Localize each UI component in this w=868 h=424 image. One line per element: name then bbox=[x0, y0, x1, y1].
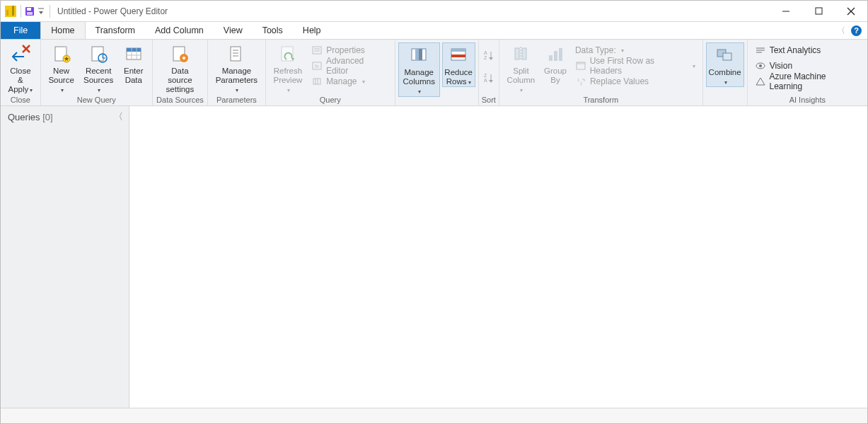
sort-descending-button[interactable]: ZA bbox=[482, 67, 496, 89]
window-controls bbox=[770, 1, 867, 22]
qat-customize-dropdown[interactable] bbox=[37, 7, 45, 16]
text-analytics-icon bbox=[755, 45, 766, 56]
svg-rect-63 bbox=[554, 51, 557, 61]
refresh-preview-button[interactable]: Refresh Preview▾ bbox=[269, 41, 307, 95]
svg-text:Z: Z bbox=[484, 55, 487, 60]
data-type-label: Data Type: bbox=[575, 45, 616, 55]
manage-columns-icon bbox=[407, 44, 430, 67]
svg-rect-1 bbox=[9, 8, 11, 16]
data-source-settings-button[interactable]: Data source settings bbox=[156, 41, 204, 95]
collapse-queries-icon[interactable]: 〈 bbox=[114, 110, 123, 123]
svg-point-30 bbox=[183, 57, 185, 59]
minimize-button[interactable] bbox=[770, 1, 802, 22]
preview-canvas bbox=[129, 106, 867, 408]
ribbon: Close & Apply▾ Close ★ New Source▾ Recen… bbox=[1, 40, 867, 106]
manage-icon bbox=[311, 76, 323, 87]
manage-columns-button[interactable]: Manage Columns▾ bbox=[398, 42, 440, 97]
properties-label: Properties bbox=[326, 45, 365, 55]
recent-sources-label: Recent Sources bbox=[83, 67, 113, 84]
svg-rect-49 bbox=[451, 49, 465, 52]
advanced-editor-button[interactable]: fx Advanced Editor bbox=[307, 58, 392, 74]
svg-rect-70 bbox=[723, 53, 731, 60]
queries-pane-title: Queries [0] bbox=[8, 112, 53, 122]
split-column-label: Split Column bbox=[507, 67, 536, 84]
sort-ascending-button[interactable]: AZ bbox=[482, 44, 496, 67]
group-transform: Split Column▾ Group By Data Type:▾ Use F… bbox=[499, 40, 703, 105]
combine-icon bbox=[714, 44, 736, 67]
split-column-icon bbox=[509, 42, 532, 65]
group-by-button[interactable]: Group By bbox=[540, 41, 571, 85]
content-area: Queries [0] 〈 bbox=[1, 106, 867, 408]
tab-tools[interactable]: Tools bbox=[253, 22, 293, 39]
svg-marker-54 bbox=[489, 57, 493, 60]
svg-marker-76 bbox=[756, 78, 765, 85]
maximize-button[interactable] bbox=[802, 1, 835, 22]
svg-rect-31 bbox=[231, 47, 241, 61]
save-icon[interactable] bbox=[24, 6, 35, 17]
svg-text:A: A bbox=[484, 50, 487, 55]
tab-home[interactable]: Home bbox=[40, 22, 85, 39]
tab-add-column[interactable]: Add Column bbox=[145, 22, 214, 39]
recent-sources-button[interactable]: Recent Sources▾ bbox=[79, 41, 117, 95]
svg-rect-0 bbox=[6, 10, 8, 16]
vision-icon bbox=[755, 60, 766, 71]
new-source-button[interactable]: ★ New Source▾ bbox=[44, 41, 79, 95]
advanced-editor-label: Advanced Editor bbox=[326, 56, 388, 76]
combine-label: Combine bbox=[709, 68, 741, 76]
tab-transform[interactable]: Transform bbox=[86, 22, 146, 39]
group-data-sources-label: Data Sources bbox=[156, 95, 204, 105]
data-source-settings-icon bbox=[168, 42, 191, 65]
combine-button[interactable]: Combine▾ bbox=[706, 42, 744, 87]
group-by-label: Group By bbox=[544, 67, 567, 84]
replace-values-label: Replace Values bbox=[590, 76, 649, 86]
first-row-headers-button[interactable]: Use First Row as Headers▾ bbox=[571, 58, 700, 74]
group-new-query: ★ New Source▾ Recent Sources▾ Enter Data… bbox=[41, 40, 153, 105]
group-combine-label bbox=[706, 95, 744, 105]
enter-data-button[interactable]: Enter Data bbox=[118, 41, 149, 85]
split-column-button[interactable]: Split Column▾ bbox=[502, 41, 540, 95]
svg-marker-7 bbox=[39, 11, 43, 14]
status-bar bbox=[1, 408, 867, 423]
svg-rect-59 bbox=[515, 48, 519, 59]
azure-ml-button[interactable]: Azure Machine Learning bbox=[751, 74, 864, 89]
qat-separator bbox=[50, 5, 50, 18]
group-new-query-label: New Query bbox=[44, 95, 149, 105]
collapse-ribbon-icon[interactable]: 〈 bbox=[837, 25, 845, 37]
manage-button[interactable]: Manage▾ bbox=[307, 74, 392, 89]
group-ai-insights: Text Analytics Vision Azure Machine Lear… bbox=[748, 40, 867, 105]
replace-values-icon: 12 bbox=[575, 76, 586, 87]
svg-rect-42 bbox=[313, 79, 320, 84]
group-query: Refresh Preview▾ Properties fx Advanced … bbox=[266, 40, 395, 105]
svg-text:★: ★ bbox=[64, 55, 69, 62]
queries-pane: Queries [0] 〈 bbox=[1, 106, 129, 408]
text-analytics-button[interactable]: Text Analytics bbox=[751, 42, 864, 58]
advanced-editor-icon: fx bbox=[311, 60, 323, 71]
manage-parameters-label: Manage Parameters bbox=[216, 67, 257, 84]
close-button[interactable] bbox=[835, 1, 867, 22]
manage-parameters-button[interactable]: Manage Parameters▾ bbox=[211, 41, 262, 95]
group-parameters: Manage Parameters▾ Parameters bbox=[208, 40, 266, 105]
svg-point-75 bbox=[759, 64, 762, 67]
tab-file[interactable]: File bbox=[1, 22, 40, 39]
svg-text:fx: fx bbox=[315, 63, 319, 69]
svg-text:Z: Z bbox=[484, 73, 487, 78]
replace-values-button[interactable]: 12 Replace Values bbox=[571, 74, 700, 89]
close-apply-button[interactable]: Close & Apply▾ bbox=[4, 41, 37, 95]
ribbon-tabs: File Home Transform Add Column View Tool… bbox=[1, 22, 867, 40]
group-query-label: Query bbox=[269, 95, 392, 105]
svg-text:A: A bbox=[484, 78, 487, 83]
svg-rect-60 bbox=[522, 48, 526, 59]
new-source-icon: ★ bbox=[50, 42, 73, 65]
enter-data-label: Enter Data bbox=[124, 67, 144, 84]
tab-help[interactable]: Help bbox=[293, 22, 331, 39]
tab-view[interactable]: View bbox=[214, 22, 253, 39]
enter-data-icon bbox=[122, 42, 145, 65]
group-combine: Combine▾ bbox=[703, 40, 748, 105]
reduce-rows-button[interactable]: Reduce Rows▾ bbox=[442, 42, 475, 87]
group-transform-label: Transform bbox=[502, 95, 700, 105]
svg-rect-37 bbox=[313, 47, 321, 54]
svg-rect-47 bbox=[419, 49, 422, 60]
table-header-icon bbox=[575, 60, 586, 71]
first-row-headers-label: Use First Row as Headers bbox=[590, 56, 688, 76]
help-icon[interactable]: ? bbox=[851, 25, 862, 36]
